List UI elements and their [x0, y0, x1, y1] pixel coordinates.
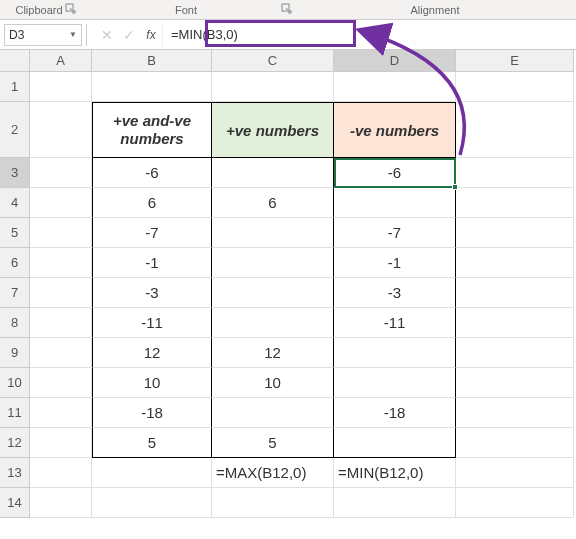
cell-C12[interactable]: 5: [212, 428, 334, 458]
enter-formula-button[interactable]: ✓: [118, 24, 140, 46]
insert-function-button[interactable]: fx: [140, 24, 162, 46]
cell-A13[interactable]: [30, 458, 92, 488]
cell-E14[interactable]: [456, 488, 574, 518]
cell-E5[interactable]: [456, 218, 574, 248]
cell-C8[interactable]: [212, 308, 334, 338]
col-header-D[interactable]: D: [334, 50, 456, 72]
cell-D3[interactable]: -6: [334, 158, 456, 188]
cell-D10[interactable]: [334, 368, 456, 398]
cancel-formula-button[interactable]: ✕: [96, 24, 118, 46]
cell-D4[interactable]: [334, 188, 456, 218]
cell-A10[interactable]: [30, 368, 92, 398]
cell-C6[interactable]: [212, 248, 334, 278]
row-header-12[interactable]: 12: [0, 428, 30, 458]
cell-E10[interactable]: [456, 368, 574, 398]
cell-B1[interactable]: [92, 72, 212, 102]
cell-B7[interactable]: -3: [92, 278, 212, 308]
cell-B12[interactable]: 5: [92, 428, 212, 458]
cell-A14[interactable]: [30, 488, 92, 518]
cell-E2[interactable]: [456, 102, 574, 158]
cell-C3[interactable]: [212, 158, 334, 188]
cell-B4[interactable]: 6: [92, 188, 212, 218]
select-all-corner[interactable]: [0, 50, 30, 72]
col-header-C[interactable]: C: [212, 50, 334, 72]
cell-E11[interactable]: [456, 398, 574, 428]
dialog-launcher-icon[interactable]: [65, 3, 76, 14]
cell-A2[interactable]: [30, 102, 92, 158]
cell-A9[interactable]: [30, 338, 92, 368]
cell-B13[interactable]: [92, 458, 212, 488]
col-header-E[interactable]: E: [456, 50, 574, 72]
cell-C9[interactable]: 12: [212, 338, 334, 368]
fill-handle[interactable]: [452, 184, 458, 190]
cell-E7[interactable]: [456, 278, 574, 308]
cell-D9[interactable]: [334, 338, 456, 368]
cell-D11[interactable]: -18: [334, 398, 456, 428]
cell-B6[interactable]: -1: [92, 248, 212, 278]
cell-C5[interactable]: [212, 218, 334, 248]
cell-E3[interactable]: [456, 158, 574, 188]
row-header-9[interactable]: 9: [0, 338, 30, 368]
formula-input[interactable]: =MIN(B3,0): [162, 24, 576, 46]
cell-A4[interactable]: [30, 188, 92, 218]
cell-B3[interactable]: -6: [92, 158, 212, 188]
cell-D8[interactable]: -11: [334, 308, 456, 338]
cell-E4[interactable]: [456, 188, 574, 218]
row-header-11[interactable]: 11: [0, 398, 30, 428]
cell-D13[interactable]: =MIN(B12,0): [334, 458, 456, 488]
row-header-2[interactable]: 2: [0, 102, 30, 158]
cell-E6[interactable]: [456, 248, 574, 278]
cell-A11[interactable]: [30, 398, 92, 428]
cell-D5[interactable]: -7: [334, 218, 456, 248]
row-header-4[interactable]: 4: [0, 188, 30, 218]
cell-A12[interactable]: [30, 428, 92, 458]
cell-D6[interactable]: -1: [334, 248, 456, 278]
cell-C2[interactable]: +ve numbers: [212, 102, 334, 158]
cell-A5[interactable]: [30, 218, 92, 248]
cell-C7[interactable]: [212, 278, 334, 308]
cell-B2[interactable]: +ve and-ve numbers: [92, 102, 212, 158]
cell-C1[interactable]: [212, 72, 334, 102]
row-header-1[interactable]: 1: [0, 72, 30, 102]
row-header-6[interactable]: 6: [0, 248, 30, 278]
cell-B9[interactable]: 12: [92, 338, 212, 368]
row-header-13[interactable]: 13: [0, 458, 30, 488]
col-header-A[interactable]: A: [30, 50, 92, 72]
cell-E13[interactable]: [456, 458, 574, 488]
row-header-8[interactable]: 8: [0, 308, 30, 338]
row-header-5[interactable]: 5: [0, 218, 30, 248]
chevron-down-icon[interactable]: ▼: [69, 30, 77, 39]
cell-B10[interactable]: 10: [92, 368, 212, 398]
row-header-7[interactable]: 7: [0, 278, 30, 308]
row-header-3[interactable]: 3: [0, 158, 30, 188]
col-header-B[interactable]: B: [92, 50, 212, 72]
cell-C14[interactable]: [212, 488, 334, 518]
name-box[interactable]: D3 ▼: [4, 24, 82, 46]
cell-B11[interactable]: -18: [92, 398, 212, 428]
cell-B5[interactable]: -7: [92, 218, 212, 248]
cell-D7[interactable]: -3: [334, 278, 456, 308]
cell-C11[interactable]: [212, 398, 334, 428]
cell-A3[interactable]: [30, 158, 92, 188]
dialog-launcher-icon[interactable]: [281, 3, 292, 14]
cell-A8[interactable]: [30, 308, 92, 338]
row-header-14[interactable]: 14: [0, 488, 30, 518]
row-header-10[interactable]: 10: [0, 368, 30, 398]
cell-C4[interactable]: 6: [212, 188, 334, 218]
cell-D12[interactable]: [334, 428, 456, 458]
cell-E1[interactable]: [456, 72, 574, 102]
cell-B8[interactable]: -11: [92, 308, 212, 338]
cell-C10[interactable]: 10: [212, 368, 334, 398]
cell-A1[interactable]: [30, 72, 92, 102]
cell-C13[interactable]: =MAX(B12,0): [212, 458, 334, 488]
cell-A6[interactable]: [30, 248, 92, 278]
cell-E12[interactable]: [456, 428, 574, 458]
cell-B14[interactable]: [92, 488, 212, 518]
cell-D1[interactable]: [334, 72, 456, 102]
cell-E9[interactable]: [456, 338, 574, 368]
cell-E8[interactable]: [456, 308, 574, 338]
ribbon-group-label: Alignment: [411, 4, 460, 16]
cell-A7[interactable]: [30, 278, 92, 308]
cell-D2[interactable]: -ve numbers: [334, 102, 456, 158]
cell-D14[interactable]: [334, 488, 456, 518]
